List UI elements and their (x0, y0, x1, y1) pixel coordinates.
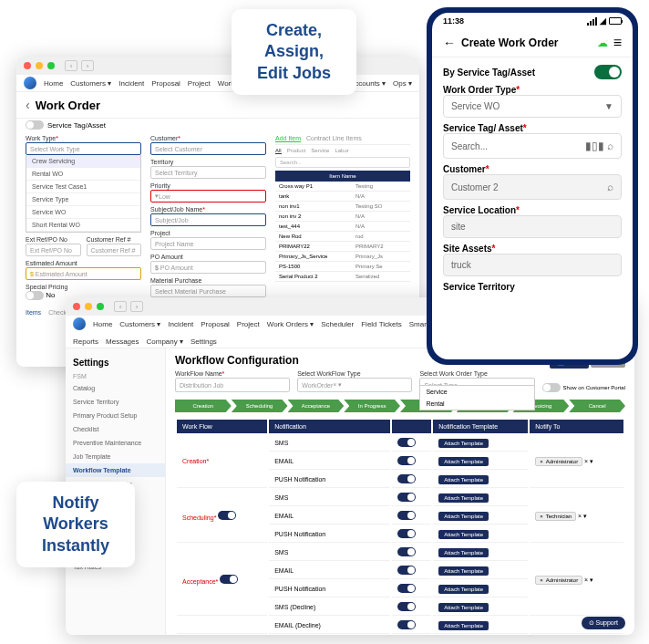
subtab-product[interactable]: Product (287, 148, 306, 154)
attach-button[interactable]: Attach Template (438, 512, 489, 521)
back-button[interactable]: ‹ (26, 98, 30, 112)
table-row[interactable]: New Rodrod (275, 232, 410, 242)
dd-type[interactable]: Service Type (26, 193, 140, 206)
email-toggle[interactable] (397, 566, 416, 575)
min-dot[interactable] (36, 62, 43, 69)
menu-proposal[interactable]: Proposal (201, 320, 230, 328)
sidebar-item-territory[interactable]: Service Territory (66, 395, 165, 409)
tab-additem[interactable]: Add Item (275, 135, 301, 142)
sms-toggle[interactable] (397, 547, 416, 556)
menu-incident[interactable]: Incident (168, 320, 193, 328)
sidebar-item-catalog[interactable]: Catalog (66, 381, 165, 395)
table-row[interactable]: PS-1500Primary Se (275, 262, 410, 272)
table-row[interactable]: Serial Product 2Serialized (275, 272, 410, 282)
support-button[interactable]: ⊙ Support (582, 617, 625, 629)
wotype-select[interactable]: Service WO▼ (443, 95, 622, 118)
custref-input[interactable]: Customer Ref # (87, 244, 142, 256)
tag-search[interactable]: Search...▮▯▮ ⌕ (443, 133, 622, 159)
push-toggle[interactable] (397, 474, 416, 483)
max-dot[interactable] (97, 303, 104, 310)
nav-back[interactable]: ‹ (114, 301, 127, 312)
cloud-icon[interactable]: ☁ (597, 36, 608, 49)
attach-button[interactable]: Attach Template (438, 530, 489, 539)
tab-items[interactable]: Items (26, 309, 41, 316)
priority-select[interactable]: ▾ Low (150, 190, 266, 203)
portal-toggle[interactable] (542, 383, 561, 392)
matpur-select[interactable]: Select Material Purchase (150, 285, 266, 297)
menu-fieldtickets[interactable]: Field Tickets (361, 320, 401, 328)
nav-back[interactable]: ‹ (65, 60, 77, 71)
table-row[interactable]: tankN/A (275, 192, 410, 202)
push-toggle[interactable] (397, 584, 416, 593)
extref-input[interactable]: Ext Ref/PO No (26, 244, 81, 256)
attach-button[interactable]: Attach Template (438, 493, 489, 503)
table-row[interactable]: PRIMARY22PRIMARY2 (275, 242, 410, 252)
menu-reports[interactable]: Reports (73, 338, 98, 346)
attach-button[interactable]: Attach Template (438, 603, 489, 612)
selwf-input[interactable]: WorkOrder × ▾ (297, 378, 412, 392)
menu-home[interactable]: Home (93, 320, 112, 328)
emaildec-toggle[interactable] (397, 620, 416, 629)
sidebar-item-jobtemplate[interactable]: Job Template (66, 450, 165, 463)
menu-settings[interactable]: Settings (191, 338, 217, 346)
sidebar-item-preventive[interactable]: Preventive Maintenance (66, 436, 165, 450)
subtab-labor[interactable]: Labor (335, 148, 348, 154)
push-toggle[interactable] (397, 529, 416, 538)
attach-button[interactable]: Attach Template (438, 439, 489, 448)
dd-test[interactable]: Service Test Case1 (26, 181, 140, 193)
estamt-input[interactable]: $ Estimated Amount (26, 267, 141, 280)
barcode-icon[interactable]: ▮▯▮ (585, 140, 604, 152)
menu-ops[interactable]: Ops ▾ (393, 79, 412, 88)
attach-button[interactable]: Attach Template (438, 457, 489, 466)
special-toggle[interactable] (26, 291, 44, 300)
close-dot[interactable] (24, 62, 31, 69)
email-toggle[interactable] (397, 511, 416, 520)
stage-cancel[interactable]: Cancel (569, 400, 625, 412)
menu-project[interactable]: Project (237, 320, 260, 328)
sms-toggle[interactable] (397, 493, 416, 502)
subject-input[interactable]: Subject/Job (150, 213, 266, 226)
stage-inprogress[interactable]: In Progress (344, 400, 400, 412)
close-dot[interactable] (73, 303, 80, 310)
dd-service[interactable]: Service (420, 386, 533, 398)
menu-home[interactable]: Home (44, 79, 63, 88)
item-search[interactable]: Search... (275, 157, 410, 168)
smsdec-toggle[interactable] (397, 602, 416, 611)
dd-rental[interactable]: Rental WO (26, 168, 140, 181)
table-row[interactable]: test_444N/A (275, 222, 410, 232)
bytag-toggle[interactable] (594, 65, 622, 79)
max-dot[interactable] (47, 62, 55, 69)
attach-button[interactable]: Attach Template (438, 548, 489, 557)
table-row[interactable]: non inv 2N/A (275, 212, 410, 222)
stage-creation[interactable]: Creation (175, 400, 232, 412)
table-row[interactable]: non inv1Testing SO (275, 202, 410, 212)
ph-customer-input[interactable]: Customer 2⌕ (443, 174, 622, 200)
notify-tag[interactable]: × Administrator (535, 457, 582, 466)
table-row[interactable]: Primary_Js_ServicePrimary_Js (275, 252, 410, 262)
dd-rental[interactable]: Rental (420, 398, 533, 410)
customer-select[interactable]: Select Customer (150, 142, 266, 155)
nav-fwd[interactable]: › (81, 60, 94, 71)
territory-select[interactable]: Select Territory (150, 166, 266, 179)
search-icon[interactable]: ⌕ (607, 140, 613, 152)
nav-fwd[interactable]: › (130, 301, 143, 312)
dd-short[interactable]: Short Rental WO (26, 219, 140, 232)
worktype-select[interactable]: Select Work Type (26, 142, 141, 155)
menu-messages[interactable]: Messages (106, 338, 139, 346)
phone-back-button[interactable]: ← (443, 36, 456, 50)
sidebar-item-workflow[interactable]: Workflow Template (66, 463, 165, 477)
dd-service[interactable]: Service WO (26, 206, 140, 219)
menu-customers[interactable]: Customers ▾ (70, 79, 111, 88)
ph-assets-input[interactable]: truck (443, 254, 622, 276)
subtab-all[interactable]: All (275, 148, 282, 154)
attach-button[interactable]: Attach Template (438, 475, 489, 484)
ph-loc-input[interactable]: site (443, 215, 622, 238)
attach-button[interactable]: Attach Template (438, 621, 489, 630)
sms-toggle[interactable] (397, 438, 416, 447)
sidebar-item-checklist[interactable]: Checklist (66, 422, 165, 436)
service-tag-toggle[interactable] (26, 120, 44, 130)
tab-contractline[interactable]: Contract Line Items (306, 135, 362, 142)
email-toggle[interactable] (397, 456, 416, 465)
menu-company[interactable]: Company ▾ (146, 338, 182, 346)
attach-button[interactable]: Attach Template (438, 566, 489, 576)
